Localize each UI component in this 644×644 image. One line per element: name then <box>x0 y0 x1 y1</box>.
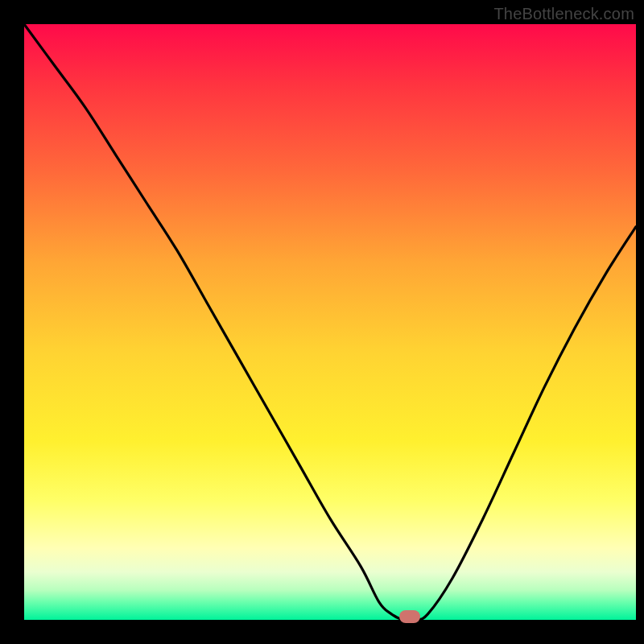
optimum-marker <box>399 610 420 623</box>
bottleneck-curve-path <box>24 24 636 620</box>
bottleneck-curve-svg <box>24 24 636 620</box>
chart-plot-area <box>24 24 636 620</box>
watermark-text: TheBottleneck.com <box>493 5 634 23</box>
